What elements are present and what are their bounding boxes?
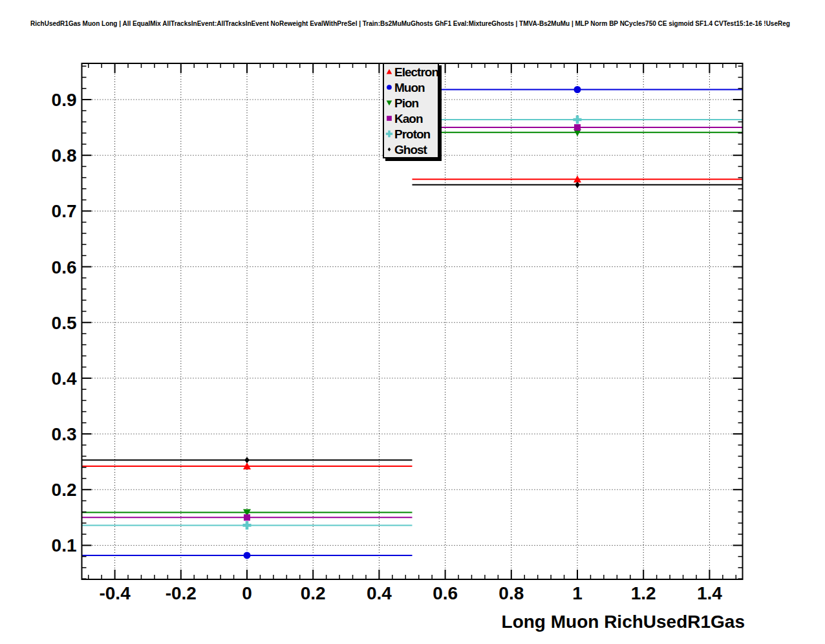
- triangle-up-marker-icon: [385, 68, 393, 76]
- legend-label: Pion: [394, 97, 418, 109]
- y-tick-label: 0.7: [52, 201, 77, 221]
- legend-label: Proton: [394, 128, 430, 140]
- legend-label: Ghost: [394, 144, 427, 156]
- y-tick-label: 0.3: [52, 424, 77, 444]
- square-marker-icon: [385, 114, 393, 122]
- y-tick-label: 0.9: [52, 90, 77, 110]
- legend-entry-muon: Muon: [384, 80, 438, 95]
- legend-entry-proton: Proton: [384, 126, 438, 142]
- legend-entry-ghost: Ghost: [384, 142, 438, 157]
- x-tick-label: 0.8: [498, 583, 524, 603]
- cross-marker-icon: [385, 130, 393, 138]
- legend-label: Electron: [394, 66, 438, 78]
- x-tick-label: 0.4: [367, 583, 392, 603]
- triangle-down-marker-icon: [385, 99, 393, 107]
- legend-box: ElectronMuonPionKaonProtonGhost: [383, 63, 439, 158]
- tick-labels: -0.4-0.200.20.40.60.811.21.40.10.20.30.4…: [52, 90, 723, 603]
- x-tick-label: 0: [242, 583, 252, 603]
- x-tick-label: 1.2: [631, 583, 656, 603]
- x-tick-label: -0.4: [99, 583, 131, 603]
- legend-entry-kaon: Kaon: [384, 111, 438, 126]
- y-tick-label: 0.2: [52, 480, 77, 500]
- y-tick-label: 0.1: [52, 535, 77, 555]
- x-axis-title: Long Muon RichUsedR1Gas: [502, 612, 745, 632]
- y-tick-label: 0.5: [52, 313, 77, 333]
- y-tick-label: 0.4: [52, 369, 77, 389]
- legend-label: Muon: [394, 81, 425, 94]
- root-canvas: RichUsedR1Gas Muon Long | All EqualMix A…: [0, 0, 825, 644]
- y-tick-label: 0.6: [52, 257, 77, 277]
- circle-marker-icon: [385, 83, 393, 91]
- legend-label: Kaon: [394, 113, 423, 125]
- legend-entry-pion: Pion: [384, 95, 438, 111]
- legend-entry-electron: Electron: [384, 64, 438, 80]
- x-tick-label: 0.6: [433, 583, 458, 603]
- x-tick-label: 1: [572, 583, 583, 603]
- x-tick-label: 1.4: [697, 583, 722, 603]
- x-tick-label: -0.2: [166, 583, 197, 603]
- y-tick-label: 0.8: [52, 145, 77, 166]
- x-tick-label: 0.2: [301, 583, 326, 603]
- diamond-marker-icon: [385, 145, 393, 153]
